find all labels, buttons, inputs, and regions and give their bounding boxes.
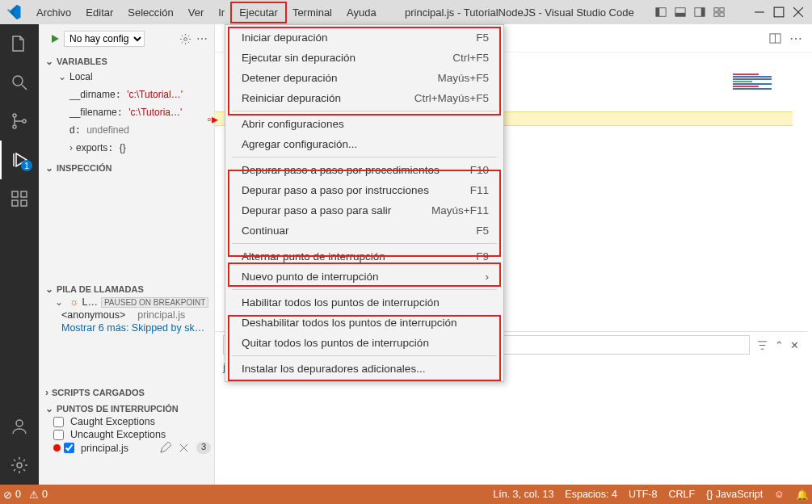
svg-rect-8: [714, 13, 718, 16]
menu-ayuda[interactable]: Ayuda: [339, 3, 384, 22]
menu-item[interactable]: Depurar paso a paso por procedimientosF1…: [225, 160, 503, 180]
menu-item[interactable]: Detener depuraciónMayús+F5: [225, 68, 503, 88]
menu-seleccion[interactable]: Selección: [120, 3, 180, 22]
svg-rect-11: [774, 7, 784, 17]
variable-row[interactable]: ›exports: {}: [39, 139, 214, 157]
menu-item[interactable]: Alternar punto de interrupciónF9: [225, 246, 503, 267]
menu-item[interactable]: Habilitar todos los puntos de interrupci…: [225, 292, 503, 313]
panel-right-icon[interactable]: [694, 6, 705, 18]
panel-left-icon[interactable]: [655, 6, 667, 18]
svg-point-17: [13, 125, 16, 128]
svg-rect-6: [714, 8, 718, 11]
breakpoint-uncaught[interactable]: Uncaught Exceptions: [39, 428, 214, 441]
activity-search[interactable]: [0, 63, 39, 102]
editor-more-icon[interactable]: ⋯: [789, 31, 802, 46]
debug-badge: 1: [21, 160, 32, 171]
edit-icon[interactable]: [159, 442, 171, 454]
section-variables[interactable]: ⌄VARIABLES: [39, 55, 214, 68]
svg-rect-1: [656, 8, 659, 17]
variable-row[interactable]: d: undefined: [39, 121, 214, 139]
menu-item[interactable]: Depurar paso a paso por instruccionesF11: [225, 180, 503, 200]
menu-item[interactable]: Depurar paso a paso para salirMayús+F11: [225, 200, 503, 220]
window-minimize[interactable]: [754, 6, 765, 18]
svg-rect-3: [675, 13, 685, 16]
menu-terminal[interactable]: Terminal: [285, 3, 339, 22]
menu-item[interactable]: Deshabilitar todos los puntos de interru…: [225, 313, 503, 333]
window-close[interactable]: [793, 6, 804, 18]
split-editor-icon[interactable]: [769, 32, 781, 44]
svg-rect-23: [21, 200, 27, 206]
panel-chevron-up-icon[interactable]: ⌃: [775, 339, 784, 351]
section-scripts[interactable]: ›SCRIPTS CARGADOS: [39, 386, 214, 399]
menu-item[interactable]: Quitar todos los puntos de interrupción: [225, 333, 503, 353]
ejecutar-menu: Iniciar depuraciónF5Ejecutar sin depurac…: [225, 24, 504, 382]
activity-debug[interactable]: 1: [0, 141, 39, 179]
menu-ir[interactable]: Ir: [211, 3, 232, 22]
activity-bar: 1: [0, 24, 39, 485]
activity-account[interactable]: [0, 407, 39, 446]
minimap[interactable]: [733, 73, 797, 97]
status-language[interactable]: {} JavaScript: [706, 489, 763, 500]
remove-icon[interactable]: [178, 442, 190, 454]
gear-icon[interactable]: [179, 33, 191, 45]
launch-config-select[interactable]: No hay config: [64, 31, 145, 47]
menu-ver[interactable]: Ver: [181, 3, 212, 22]
status-bar: ⊘ 0 ⚠ 0 Lín. 3, col. 13 Espacios: 4 UTF-…: [0, 485, 812, 504]
menu-item[interactable]: Instalar los depuradores adicionales...: [225, 359, 503, 379]
breakpoint-icon: [53, 444, 61, 452]
menu-item[interactable]: ContinuarF5: [225, 220, 503, 241]
status-indent[interactable]: Espacios: 4: [565, 489, 617, 500]
menu-item[interactable]: Agregar configuración...: [225, 134, 503, 154]
status-feedback-icon[interactable]: ☺: [774, 489, 785, 500]
breakpoint-file[interactable]: principal.js 3: [39, 441, 214, 455]
section-inspeccion[interactable]: ⌄INSPECCIÓN: [39, 162, 214, 174]
vscode-logo-icon: [6, 5, 21, 19]
menu-item[interactable]: Nuevo punto de interrupción›: [225, 267, 503, 287]
variable-row[interactable]: __dirname: 'c:\Tutorial…': [39, 86, 214, 103]
svg-point-25: [17, 463, 22, 468]
svg-rect-22: [12, 200, 18, 206]
breakpoint-caught[interactable]: Caught Exceptions: [39, 415, 214, 428]
status-cursor[interactable]: Lín. 3, col. 13: [493, 489, 553, 500]
paused-badge: PAUSED ON BREAKPOINT: [101, 297, 208, 308]
stack-skipped[interactable]: Mostrar 6 más: Skipped by sk…: [39, 321, 214, 334]
menu-ejecutar[interactable]: Ejecutar: [232, 3, 285, 22]
menu-item[interactable]: Ejecutar sin depuraciónCtrl+F5: [225, 48, 503, 68]
svg-line-15: [22, 85, 27, 90]
panel-close-icon[interactable]: ✕: [790, 339, 799, 351]
section-pila[interactable]: ⌄PILA DE LLAMADAS: [39, 283, 214, 296]
activity-extensions[interactable]: [0, 179, 39, 218]
menu-editar[interactable]: Editar: [78, 3, 120, 22]
activity-explorer[interactable]: [0, 24, 39, 63]
menu-item[interactable]: Iniciar depuraciónF5: [225, 27, 503, 48]
status-encoding[interactable]: UTF-8: [629, 489, 657, 500]
svg-point-26: [184, 37, 187, 40]
layout-grid-icon[interactable]: [713, 6, 725, 18]
more-icon[interactable]: ⋯: [196, 32, 208, 45]
svg-rect-5: [701, 8, 705, 17]
breakpoint-count: 3: [196, 442, 211, 454]
stack-frame[interactable]: <anonymous> principal.js: [39, 309, 214, 321]
status-warnings[interactable]: ⚠ 0: [29, 489, 48, 501]
status-eol[interactable]: CRLF: [668, 489, 695, 500]
debug-sidebar: No hay config ⋯ ⌄VARIABLES ⌄Local __dirn…: [39, 24, 215, 485]
menu-item[interactable]: Reiniciar depuraciónCtrl+Mayús+F5: [225, 88, 503, 108]
panel-bottom-icon[interactable]: [675, 6, 686, 18]
start-debug-icon[interactable]: [52, 35, 59, 43]
scope-local[interactable]: ⌄Local: [39, 68, 214, 86]
menu-item[interactable]: Abrir configuraciones: [225, 114, 503, 134]
svg-rect-7: [720, 8, 724, 11]
menu-archivo[interactable]: Archivo: [29, 3, 78, 22]
activity-scm[interactable]: [0, 102, 39, 141]
variable-row[interactable]: __filename: 'c:\Tutoria…': [39, 103, 214, 121]
status-bell-icon[interactable]: 🔔: [796, 489, 809, 501]
status-errors[interactable]: ⊘ 0: [3, 489, 21, 501]
window-maximize[interactable]: [773, 6, 785, 18]
window-title: principal.js - TutorialNodeJS - Visual S…: [384, 6, 655, 19]
filter-icon[interactable]: [756, 339, 768, 351]
section-breakpoints[interactable]: ⌄PUNTOS DE INTERRUPCIÓN: [39, 402, 214, 415]
svg-rect-21: [21, 191, 27, 197]
activity-settings[interactable]: [0, 446, 39, 485]
thread-row[interactable]: ⌄☼ L… PAUSED ON BREAKPOINT: [39, 296, 214, 309]
svg-rect-9: [720, 13, 724, 16]
